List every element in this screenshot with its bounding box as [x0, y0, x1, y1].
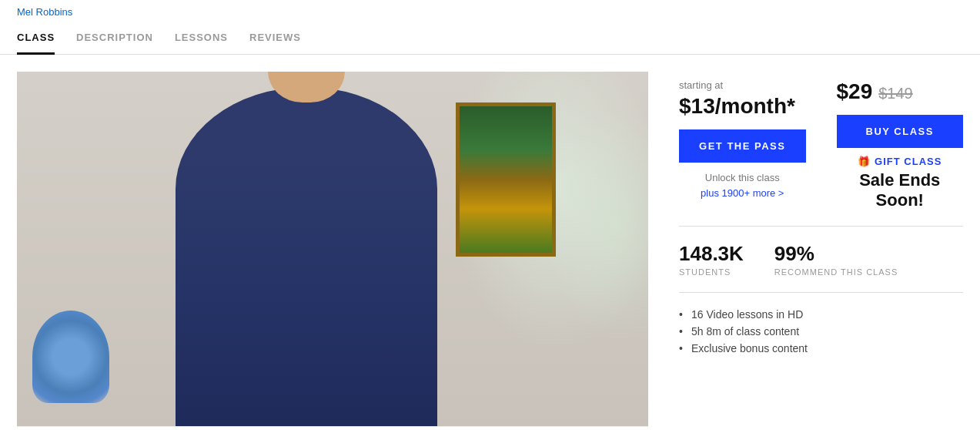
- right-panel: starting at $13/month* GET THE PASS Unlo…: [679, 72, 963, 430]
- students-count: 148.3K: [679, 242, 744, 266]
- pricing-section: starting at $13/month* GET THE PASS Unlo…: [679, 79, 963, 210]
- buy-class-button[interactable]: BUY CLASS: [837, 115, 964, 148]
- main-content: ⊓ SAVE CLASS ✉ 𝓟 f 𝕏 in starting at $13/…: [0, 55, 980, 430]
- tab-reviews[interactable]: REVIEWS: [249, 24, 301, 55]
- unlock-line1: Unlock this class: [705, 172, 780, 183]
- tab-description[interactable]: DESCRIPTION: [76, 24, 153, 55]
- students-stat: 148.3K STUDENTS: [679, 242, 744, 277]
- person-head: [268, 72, 345, 102]
- students-label: STUDENTS: [679, 267, 744, 277]
- video-player[interactable]: [17, 72, 648, 426]
- recommend-stat: 99% RECOMMEND THIS CLASS: [774, 242, 898, 277]
- feature-item: Exclusive bonus content: [679, 342, 963, 354]
- flowers-decoration: [32, 311, 109, 403]
- painting-decoration: [456, 102, 556, 257]
- unlock-text: Unlock this class plus 1900+ more >: [679, 170, 806, 200]
- tab-class[interactable]: CLASS: [17, 24, 55, 55]
- buy-option: $29 $149 BUY CLASS 🎁 GIFT CLASS Sale End…: [837, 79, 964, 210]
- recommend-label: RECOMMEND THIS CLASS: [774, 267, 898, 277]
- nav-tabs: CLASS DESCRIPTION LESSONS REVIEWS: [0, 24, 980, 55]
- divider-2: [679, 292, 963, 293]
- sale-ends-text: Sale Ends Soon!: [837, 170, 964, 210]
- stats-row: 148.3K STUDENTS 99% RECOMMEND THIS CLASS: [679, 242, 963, 277]
- get-the-pass-button[interactable]: GET THE PASS: [679, 129, 806, 163]
- gift-class-link[interactable]: 🎁 GIFT CLASS: [837, 156, 964, 167]
- buy-price-row: $29 $149: [837, 79, 964, 104]
- features-list: 16 Video lessons in HD 5h 8m of class co…: [679, 308, 963, 354]
- buy-price-original: $149: [878, 85, 913, 102]
- video-bar: ⊓ SAVE CLASS ✉ 𝓟 f 𝕏 in: [17, 426, 648, 430]
- pass-option: starting at $13/month* GET THE PASS Unlo…: [679, 79, 806, 210]
- author-link[interactable]: Mel Robbins: [17, 6, 72, 18]
- buy-price-current: $29: [837, 79, 873, 104]
- person-figure: [176, 87, 437, 426]
- feature-item: 16 Video lessons in HD: [679, 308, 963, 321]
- feature-item: 5h 8m of class content: [679, 325, 963, 338]
- gift-label: GIFT CLASS: [875, 156, 942, 167]
- divider-1: [679, 226, 963, 227]
- unlock-link[interactable]: plus 1900+ more >: [679, 186, 806, 201]
- tab-lessons[interactable]: LESSONS: [175, 24, 228, 55]
- recommend-pct: 99%: [774, 242, 898, 266]
- pass-price: $13/month*: [679, 94, 806, 119]
- breadcrumb: Mel Robbins: [0, 0, 980, 24]
- starting-at-label: starting at: [679, 79, 806, 91]
- video-container: ⊓ SAVE CLASS ✉ 𝓟 f 𝕏 in: [17, 72, 648, 430]
- gift-icon: 🎁: [858, 156, 871, 167]
